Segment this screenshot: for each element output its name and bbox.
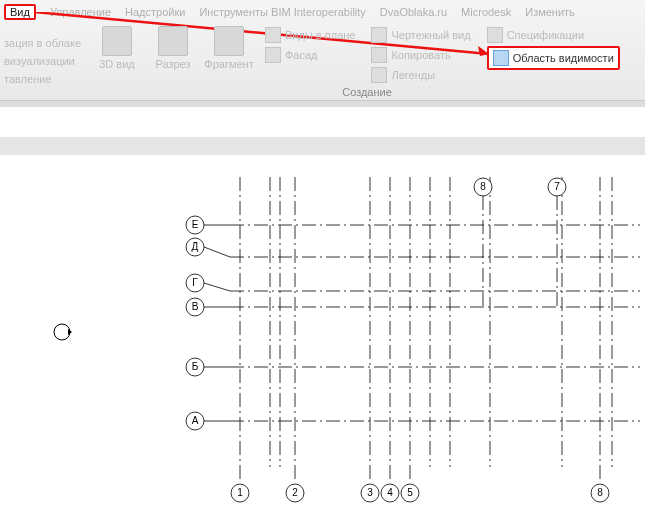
tool-3d-view[interactable]: 3D вид [93,26,141,70]
copy-icon [371,47,387,63]
legend-icon [371,67,387,83]
tab-microdesk[interactable]: Microdesk [461,6,511,18]
svg-text:8: 8 [480,181,486,192]
tool-legends[interactable]: Легенды [371,66,470,84]
svg-text:5: 5 [407,487,413,498]
panel-label: Создание [89,86,645,100]
svg-text:2: 2 [292,487,298,498]
tab-view[interactable]: Вид [4,4,36,20]
svg-text:Д: Д [192,241,199,252]
ribbon-body: зация в облаке визуализации тавление 3D … [0,22,645,100]
tab-bim[interactable]: Инструменты BIM Interoperability [199,6,365,18]
schedule-icon [487,27,503,43]
svg-text:3: 3 [367,487,373,498]
svg-text:Б: Б [192,361,199,372]
left-panel: зация в облаке визуализации тавление [0,22,89,100]
col-1: Виды в плане Фасад [265,26,355,64]
svg-text:Е: Е [192,219,199,230]
tab-manage[interactable]: Управление [50,6,111,18]
svg-point-2 [54,324,70,340]
svg-text:В: В [192,301,199,312]
tool-schedules[interactable]: Спецификации [487,26,620,44]
left-text-1: зация в облаке [4,37,89,49]
tool-elevation[interactable]: Фасад [265,46,355,64]
svg-line-9 [204,247,230,257]
svg-line-13 [204,283,230,291]
col-2: Чертежный вид Копировать Легенды [371,26,470,84]
callout-icon [214,26,244,56]
scope-box-icon [493,50,509,66]
svg-text:1: 1 [237,487,243,498]
col-3: Спецификации Область видимости [487,26,620,70]
plan-icon [265,27,281,43]
tab-modify[interactable]: Изменить [525,6,575,18]
svg-text:Г: Г [192,277,198,288]
create-panel: 3D вид Разрез Фрагмент Виды в плане Фаса… [89,22,645,100]
tool-duplicate[interactable]: Копировать [371,46,470,64]
svg-text:8: 8 [597,487,603,498]
tool-plan-views[interactable]: Виды в плане [265,26,355,44]
tab-addins[interactable]: Надстройки [125,6,185,18]
left-text-3: тавление [4,73,89,85]
cube-icon [102,26,132,56]
svg-text:7: 7 [554,181,560,192]
drafting-icon [371,27,387,43]
tool-row: 3D вид Разрез Фрагмент Виды в плане Фаса… [89,22,645,86]
ribbon: Вид Управление Надстройки Инструменты BI… [0,0,645,101]
tool-scope-box[interactable]: Область видимости [487,46,620,70]
elevation-icon [265,47,281,63]
ribbon-tabs: Вид Управление Надстройки Инструменты BI… [0,0,645,22]
svg-text:А: А [192,415,199,426]
svg-text:4: 4 [387,487,393,498]
drawing-canvas: ЕДГВБА12345887 [0,107,645,505]
tool-drafting-view[interactable]: Чертежный вид [371,26,470,44]
viewport[interactable]: ЕДГВБА12345887 [0,101,645,505]
left-text-2: визуализации [4,55,89,67]
tool-section[interactable]: Разрез [149,26,197,70]
tool-callout[interactable]: Фрагмент [205,26,253,70]
tab-dvaoblaka[interactable]: DvaOblaka.ru [380,6,447,18]
section-icon [158,26,188,56]
